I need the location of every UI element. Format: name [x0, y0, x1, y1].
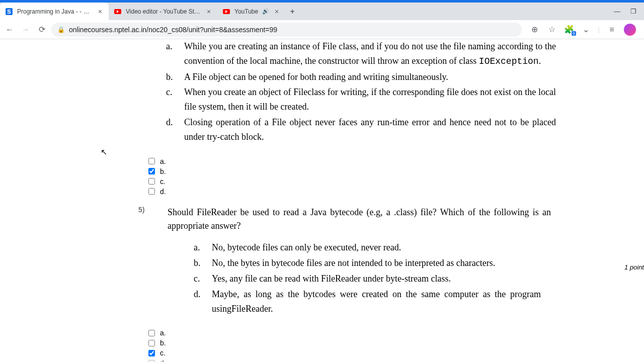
q4-answer-c[interactable]: c.	[148, 177, 644, 186]
answer-label: c.	[160, 349, 166, 357]
q5-answer-a[interactable]: a.	[148, 329, 644, 337]
window-controls: — ❐	[614, 3, 644, 20]
q4-option-d: d. Closing operation of a File object ne…	[166, 115, 556, 144]
question-4-answers: a. b. c. d.	[138, 150, 644, 201]
answer-label: d.	[160, 188, 166, 196]
tab-title: Video editor - YouTube Studio	[126, 8, 201, 15]
checkbox-q4-b[interactable]	[148, 168, 155, 174]
q4-option-b: b. A File object can be opened for both …	[166, 70, 556, 84]
tab-title: YouTube	[234, 8, 258, 15]
q4-answer-a[interactable]: a.	[148, 157, 644, 165]
q5-option-d: d. Maybe, as long as the bytcodes were c…	[194, 287, 541, 316]
tab-strip: S Programming in Java - - Unit 9 - × Vid…	[0, 3, 644, 20]
q4-option-a: a. While you are creating an instance of…	[166, 39, 556, 69]
close-icon[interactable]: ×	[273, 8, 280, 15]
question-4-options: a. While you are creating an instance of…	[138, 39, 571, 150]
extension-badge: 0	[572, 31, 576, 36]
tab-youtube-studio[interactable]: Video editor - YouTube Studio ×	[109, 3, 217, 20]
q5-option-b: b. No, the bytes in bytecode files are n…	[194, 256, 541, 270]
maximize-button[interactable]: ❐	[630, 8, 636, 15]
tab-youtube[interactable]: YouTube 🔊 ×	[217, 3, 285, 20]
bookmark-star-icon[interactable]: ☆	[547, 25, 557, 35]
question-5-answers: a. b. c. d.	[138, 322, 644, 362]
question-5-stem: Should FileReader be used to read a Java…	[153, 201, 566, 241]
page-content: ↖ a. While you are creating an instance …	[0, 39, 644, 362]
back-button[interactable]: ←	[3, 23, 16, 36]
close-icon[interactable]: ×	[97, 8, 104, 15]
toolbar: ← → ⟳ 🔒 onlinecourses.nptel.ac.in/noc20_…	[0, 20, 644, 39]
q5-answer-d[interactable]: d.	[148, 359, 644, 362]
answer-label: a.	[160, 157, 166, 165]
answer-label: a.	[160, 329, 166, 337]
q4-option-c: c. When you create an object of Fileclas…	[166, 85, 556, 114]
favicon-youtube	[114, 8, 122, 16]
tab-title: Programming in Java - - Unit 9 -	[17, 8, 93, 15]
q4-answer-d[interactable]: d.	[148, 188, 644, 196]
pocket-icon[interactable]: ⌄	[581, 25, 591, 35]
q5-option-c: c. Yes, any file can be read with FileRe…	[194, 272, 541, 286]
checkbox-q4-d[interactable]	[148, 188, 155, 195]
checkbox-q5-c[interactable]	[148, 350, 155, 356]
forward-button[interactable]: →	[19, 23, 32, 36]
q4-answer-b[interactable]: b.	[148, 167, 644, 175]
close-icon[interactable]: ×	[205, 8, 212, 15]
lock-icon: 🔒	[57, 26, 65, 33]
favicon-youtube	[222, 8, 230, 16]
q5-answer-b[interactable]: b.	[148, 339, 644, 347]
new-tab-button[interactable]: +	[285, 3, 299, 20]
address-bar[interactable]: 🔒 onlinecourses.nptel.ac.in/noc20_cs08/u…	[51, 23, 522, 37]
profile-avatar[interactable]	[624, 24, 636, 36]
mouse-cursor: ↖	[101, 147, 107, 157]
answer-label: b.	[160, 167, 166, 175]
checkbox-q5-d[interactable]	[148, 360, 155, 362]
checkbox-q4-a[interactable]	[148, 158, 155, 164]
extensions-icon[interactable]: 🧩 0	[564, 25, 574, 35]
points-label: 1 point	[624, 263, 644, 271]
q5-option-a: a. No, bytecode files can only be execut…	[194, 240, 541, 255]
checkbox-q5-a[interactable]	[148, 330, 155, 336]
minimize-button[interactable]: —	[614, 8, 620, 15]
reading-list-icon[interactable]: ≡	[607, 25, 617, 35]
q5-answer-c[interactable]: c.	[148, 349, 644, 357]
zoom-icon[interactable]: ⊕	[530, 25, 540, 35]
question-5: 5) Should FileReader be used to read a J…	[138, 201, 644, 322]
toolbar-right-icons: ⊕ ☆ 🧩 0 ⌄ | ≡	[525, 24, 641, 36]
reload-button[interactable]: ⟳	[35, 23, 48, 36]
question-number: 5)	[138, 201, 153, 214]
answer-label: c.	[160, 177, 166, 186]
audio-icon[interactable]: 🔊	[262, 8, 269, 15]
url-text: onlinecourses.nptel.ac.in/noc20_cs08/uni…	[69, 26, 277, 34]
checkbox-q5-b[interactable]	[148, 340, 155, 346]
favicon-swayam: S	[5, 8, 13, 16]
answer-label: b.	[160, 339, 166, 347]
tab-programming-java[interactable]: S Programming in Java - - Unit 9 - ×	[0, 3, 109, 20]
answer-label: d.	[160, 359, 166, 362]
checkbox-q4-c[interactable]	[148, 178, 155, 185]
